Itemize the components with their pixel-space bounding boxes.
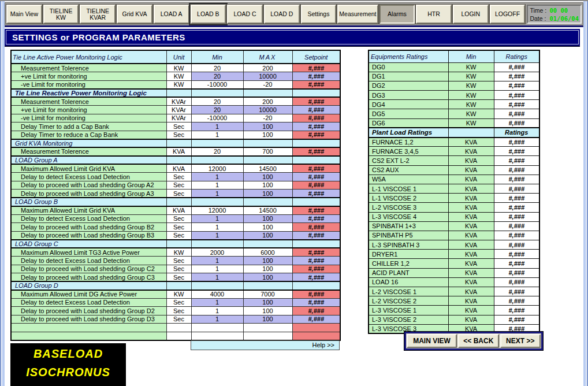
setpoint-cell[interactable]: #,###: [292, 307, 340, 316]
main-view-button[interactable]: MAIN VIEW: [407, 334, 457, 348]
setpoint-cell[interactable]: #,###: [292, 106, 340, 114]
param-label: Delay to proceed with Load shedding Grou…: [11, 231, 166, 240]
setpoint-cell[interactable]: #,###: [292, 298, 340, 307]
min-cell: 1: [191, 190, 243, 198]
rating-cell[interactable]: #,###: [494, 250, 539, 259]
setpoint-cell[interactable]: #,###: [292, 265, 340, 273]
rating-cell[interactable]: #,###: [494, 315, 539, 324]
toolbar-button-load-a[interactable]: LOAD A: [154, 5, 189, 24]
section-setpoint-cell: [292, 281, 340, 290]
setpoint-cell[interactable]: #,###: [292, 72, 340, 81]
rating-cell[interactable]: #,###: [494, 147, 539, 156]
unit-cell: Sec: [166, 231, 191, 240]
date-label: Date :: [530, 15, 549, 22]
min-cell: 1: [191, 214, 243, 223]
toolbar-button-tieline-kw[interactable]: TIELINE KW: [43, 5, 79, 24]
toolbar-button-load-b[interactable]: LOAD B: [191, 5, 226, 24]
rating-cell[interactable]: #,###: [494, 165, 539, 175]
rating-cell[interactable]: #,###: [494, 259, 539, 268]
param-label: Maximum Allowed Limit Grid KVA: [11, 164, 166, 173]
section-label: LOAD Group D: [11, 281, 166, 290]
max-cell: 100: [243, 315, 292, 324]
rating-cell[interactable]: #,###: [494, 118, 539, 128]
setpoint-cell[interactable]: #,###: [292, 114, 340, 123]
rating-cell[interactable]: #,###: [494, 138, 539, 147]
toolbar-button-login[interactable]: LOGIN: [453, 5, 489, 24]
toolbar-button-load-d[interactable]: LOAD D: [264, 5, 300, 24]
setpoint-cell[interactable]: #,###: [292, 123, 340, 131]
section-setpoint-cell: [292, 198, 340, 206]
setpoint-cell[interactable]: #,###: [292, 164, 340, 173]
rating-cell[interactable]: #,###: [494, 81, 539, 90]
toolbar-button-main-view[interactable]: Main View: [6, 5, 42, 24]
toolbar-button-tieline-kvar[interactable]: TIELINE KVAR: [80, 5, 116, 24]
section-max-cell: [243, 240, 292, 248]
unit-cell: Sec: [166, 173, 191, 181]
param-label: Maximum Allowed Limit Grid KVA: [11, 206, 166, 215]
toolbar-button-settings[interactable]: Settings: [301, 5, 337, 24]
setpoint-cell[interactable]: #,###: [292, 214, 340, 223]
equipment-label: L-3 VISCOSE 1: [369, 306, 448, 315]
unit-cell: KW: [166, 64, 191, 72]
rating-cell[interactable]: #,###: [494, 277, 539, 287]
next-button[interactable]: NEXT >>: [500, 334, 541, 348]
param-label: Delay Timer to reduce a Cap Bank: [11, 131, 166, 139]
rating-cell[interactable]: #,###: [494, 203, 539, 212]
help-link[interactable]: Help >>: [191, 340, 340, 350]
rating-cell[interactable]: #,###: [494, 109, 539, 118]
rating-cell[interactable]: #,###: [494, 268, 539, 277]
min-cell: 1: [191, 123, 243, 131]
setpoint-cell[interactable]: #,###: [292, 273, 340, 282]
rating-cell[interactable]: #,###: [494, 100, 539, 109]
rating-cell[interactable]: #,###: [494, 194, 539, 203]
setpoint-cell[interactable]: #,###: [292, 257, 340, 265]
ratings-col-ratings: Ratings: [494, 50, 539, 62]
setpoint-cell[interactable]: #,###: [292, 97, 340, 106]
rating-cell[interactable]: #,###: [494, 91, 539, 100]
rating-cell[interactable]: #,###: [494, 72, 539, 81]
rating-cell[interactable]: #,###: [494, 62, 539, 72]
back-button[interactable]: << BACK: [458, 334, 498, 348]
equipment-label: FURNACE 1,2: [369, 138, 448, 147]
rating-cell[interactable]: #,###: [494, 240, 539, 250]
table-row: -ve Limit for monitoringKW-10000-20#,###: [11, 80, 340, 89]
setpoint-cell[interactable]: #,###: [292, 131, 340, 139]
setpoint-cell[interactable]: #,###: [292, 290, 340, 299]
rating-cell[interactable]: #,###: [494, 287, 539, 296]
rating-cell[interactable]: #,###: [494, 212, 539, 221]
setpoint-cell[interactable]: [292, 332, 340, 340]
toolbar-button-grid-kva[interactable]: Grid KVA: [117, 5, 152, 24]
setpoint-cell[interactable]: #,###: [292, 181, 340, 190]
section-setpoint-cell: [292, 156, 340, 165]
toolbar-button-htr[interactable]: HTR: [416, 5, 452, 24]
setpoint-cell[interactable]: #,###: [292, 80, 340, 89]
table-row: DG1KW#,###: [369, 72, 539, 81]
setpoint-cell[interactable]: #,###: [292, 223, 340, 232]
toolbar-button-logoff[interactable]: LOGOFF: [490, 5, 526, 24]
rating-cell[interactable]: #,###: [494, 221, 539, 231]
ratings-section-label: Plant Load Ratings: [369, 128, 448, 137]
setpoint-cell[interactable]: #,###: [292, 190, 340, 198]
rating-cell[interactable]: #,###: [494, 296, 539, 306]
table-row: Delay to proceed with Load shedding Grou…: [11, 223, 340, 232]
rating-cell[interactable]: #,###: [494, 156, 539, 165]
setpoint-cell[interactable]: #,###: [292, 315, 340, 324]
rating-cell[interactable]: #,###: [494, 175, 539, 184]
toolbar-button-load-c[interactable]: LOAD C: [227, 5, 263, 24]
rating-cell[interactable]: #,###: [494, 306, 539, 315]
setpoint-cell[interactable]: #,###: [292, 64, 340, 72]
param-label: Delay to proceed with Load shedding Grou…: [11, 190, 166, 198]
table-row: Measurement TolerenceKVA20700#,###: [11, 147, 340, 156]
rating-cell[interactable]: #,###: [494, 184, 539, 193]
setpoint-cell[interactable]: [292, 324, 340, 332]
toolbar-button-alarms[interactable]: Alarms: [379, 5, 415, 24]
setpoint-cell[interactable]: #,###: [292, 206, 340, 215]
setpoint-cell[interactable]: #,###: [292, 147, 340, 156]
rating-cell[interactable]: #,###: [494, 231, 539, 240]
setpoint-cell[interactable]: #,###: [292, 231, 340, 240]
setpoint-cell[interactable]: #,###: [292, 173, 340, 181]
setpoint-cell[interactable]: #,###: [292, 248, 340, 257]
max-cell: [243, 332, 292, 340]
toolbar-button-measurement[interactable]: Measurement: [337, 5, 378, 24]
param-label: Measurement Tolerence: [11, 64, 166, 72]
